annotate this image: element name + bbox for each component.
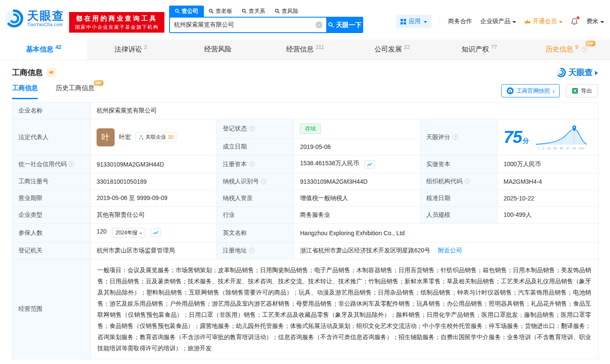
table-actions: 工商官网快照 导出 xyxy=(501,84,598,97)
help-icon[interactable] xyxy=(452,134,458,140)
table-row: 企业类型 其他有限责任公司 行业 商务服务业 人员规模 100-499人 xyxy=(12,207,598,224)
help-icon[interactable] xyxy=(69,161,74,167)
related-companies-pill[interactable]: 关联企业 30 xyxy=(135,132,177,142)
banner-line1: 都在用的商业查询工具 xyxy=(76,15,158,23)
table-row: 企业名称 杭州探索展览有限公司 xyxy=(12,103,598,119)
help-icon[interactable] xyxy=(261,179,267,184)
value-text: 杭州市萧山区市场监督管理局 xyxy=(97,247,175,254)
field-label-reg-status: 登记状态 xyxy=(217,119,294,139)
logo-domain: TianYanCha.com xyxy=(27,22,64,27)
announcement-icon[interactable] xyxy=(47,68,56,77)
search-bar: 天眼一下 xyxy=(169,17,363,33)
table-row: 法定代表人 叶 叶宏 关联企业 30 登记状态 存 xyxy=(12,119,598,139)
score-number: 75分 xyxy=(504,127,529,147)
table-row: 营业期限 2019-05-06 至 9999-09-09 纳税人资质 增值税一般… xyxy=(12,190,598,207)
vip-badge: VIP xyxy=(586,41,595,46)
grid-icon xyxy=(401,19,406,24)
clear-icon[interactable] xyxy=(316,21,322,28)
header-menu: 应用 商务合作 企业级产品 开通会员 费米 xyxy=(396,15,604,28)
trend-chart-icon[interactable] xyxy=(364,160,375,169)
tab-legal-proceedings[interactable]: 法律诉讼 2 xyxy=(87,39,174,60)
legal-rep-avatar[interactable]: 叶 xyxy=(97,128,115,146)
snapshot-label: 工商官网快照 xyxy=(516,87,550,95)
field-label-staff-size: 人员规模 xyxy=(420,207,498,224)
label-text: 注册地址 xyxy=(223,247,247,254)
value-text: MA2GM3H4-4 xyxy=(504,178,542,185)
apps-button[interactable]: 应用 xyxy=(396,15,431,28)
label-text: 企业类型 xyxy=(18,211,42,218)
search-tab-boss[interactable]: 查老板 xyxy=(204,6,237,17)
value-text: 商务服务业 xyxy=(300,211,330,218)
score-value: 75 xyxy=(504,127,522,146)
tab-label: 公司发展 xyxy=(374,45,402,54)
value-text: 浙江省杭州市萧山区经济技术开发区明星路620号 xyxy=(300,247,430,254)
search-icon xyxy=(209,9,214,14)
field-value-business-term: 2019-05-06 至 9999-09-09 xyxy=(91,190,217,207)
help-icon[interactable] xyxy=(249,161,255,167)
field-value-reg-status: 存续 xyxy=(294,119,420,139)
menu-open-vip[interactable]: 开通会员 xyxy=(524,18,562,25)
help-icon[interactable] xyxy=(249,248,255,253)
search-tab-company[interactable]: 查公司 xyxy=(169,6,204,17)
label-text: 经营范围 xyxy=(18,305,42,312)
status-badge: 存续 xyxy=(300,124,321,134)
value-text: 100-499人 xyxy=(504,211,531,218)
related-count: 30 xyxy=(168,134,173,140)
value-text: 1538.461538万人民币 xyxy=(300,160,359,167)
megaphone-icon xyxy=(49,70,54,75)
field-label-tianyan-score: 天眼评分 xyxy=(420,119,498,155)
annual-report-selector[interactable]: 2024年报 xyxy=(112,228,146,238)
tab-business-risk[interactable]: 经营风险 xyxy=(174,39,261,60)
menu-label: 开通会员 xyxy=(533,18,557,25)
tab-company-development[interactable]: 公司发展 22 xyxy=(349,39,436,60)
label-text: 核准日期 xyxy=(426,194,450,201)
legal-rep-name-link[interactable]: 叶宏 xyxy=(119,133,131,141)
graph-icon xyxy=(139,135,144,140)
menu-enterprise-products[interactable]: 企业级产品 xyxy=(480,18,516,25)
company-nav-tabs: 基本信息 42 法律诉讼 2 经营风险 经营信息 211 公司发展 22 知识产… xyxy=(0,39,610,60)
help-icon[interactable] xyxy=(464,179,470,184)
search-input[interactable] xyxy=(174,21,316,28)
divider xyxy=(440,18,440,25)
menu-business-cooperation[interactable]: 商务合作 xyxy=(448,18,472,25)
field-value-paid-capital: 1000万人民币 xyxy=(498,155,598,173)
tab-intellectual-property[interactable]: 知识产权 77 xyxy=(436,39,523,60)
help-icon[interactable] xyxy=(582,47,587,52)
notifications-button[interactable] xyxy=(571,18,578,25)
main-content: 工商信息 天眼查 工商信息 历史工商信息 VIP xyxy=(0,60,610,359)
official-snapshot-button[interactable]: 工商官网快照 xyxy=(501,84,560,97)
subtab-business-info[interactable]: 工商信息 xyxy=(12,84,38,99)
banner-line2: 国家中小企业发展子基金旗下机构 xyxy=(75,24,159,30)
value-text: 91330109MA2GM3H44D xyxy=(300,178,367,185)
tab-basic-info[interactable]: 基本信息 42 xyxy=(0,39,87,60)
export-button[interactable]: 导出 xyxy=(566,84,598,97)
field-label-taxpayer-quality: 纳税人资质 xyxy=(217,190,294,207)
field-label-established-date: 成立日期 xyxy=(217,139,294,155)
label-text: 行业 xyxy=(223,211,235,218)
related-label: 关联企业 xyxy=(146,133,166,141)
chevron-right-icon xyxy=(552,87,555,94)
score-unit: 分 xyxy=(523,137,529,144)
user-menu[interactable]: 费米 xyxy=(586,18,604,25)
tab-history-info[interactable]: VIP 历史信息 9 xyxy=(523,39,610,60)
search-tab-risk[interactable]: 查风险 xyxy=(270,6,303,17)
search-tab-relation[interactable]: 查关系 xyxy=(237,6,270,17)
tab-business-info[interactable]: 经营信息 211 xyxy=(261,39,349,60)
search-tab-label: 查关系 xyxy=(249,7,265,15)
nearby-companies-link[interactable]: 附近公司 xyxy=(438,247,462,254)
field-value-staff-size: 100-499人 xyxy=(498,207,598,224)
subtab-history-business-info[interactable]: 历史工商信息 VIP xyxy=(56,84,94,98)
chevron-down-icon xyxy=(559,21,562,23)
site-logo[interactable]: 天眼查 TianYanCha.com xyxy=(4,9,64,28)
search-button[interactable]: 天眼一下 xyxy=(326,17,363,33)
chevron-down-icon xyxy=(140,233,142,234)
trend-chart-icon[interactable] xyxy=(151,228,161,237)
crown-icon xyxy=(524,19,531,24)
value-text: 2019-05-06 至 9999-09-09 xyxy=(97,194,167,201)
chevron-down-icon xyxy=(424,21,427,23)
field-value-taxpayer-id: 91330109MA2GM3H44D xyxy=(294,173,420,190)
section-head: 工商信息 天眼查 xyxy=(0,60,610,78)
help-icon[interactable] xyxy=(249,126,255,131)
field-value-tianyan-score: 75分 1 xyxy=(498,119,598,155)
search-tabs: 查公司 查老板 查关系 查风险 xyxy=(169,6,363,17)
